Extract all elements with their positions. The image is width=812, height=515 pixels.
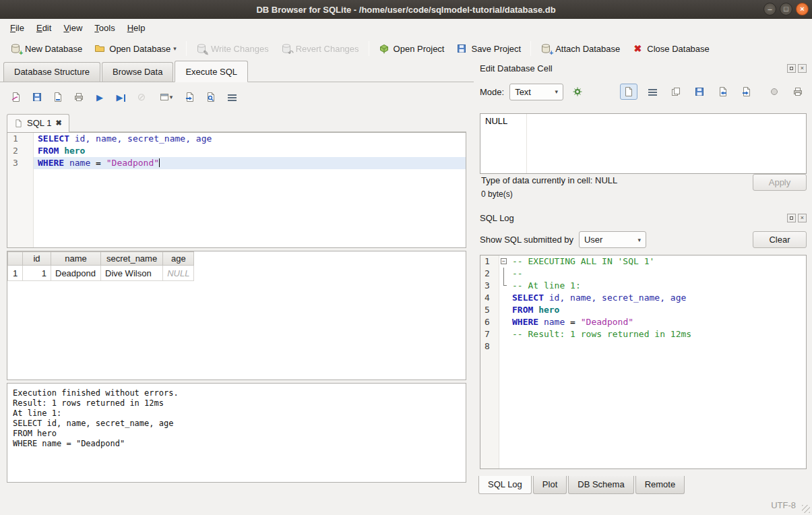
table-row: 1 1 Deadpond Dive Wilson NULL — [8, 266, 194, 281]
toolbar-separator — [530, 41, 531, 56]
log-line: 6 WHERE name = "Deadpond" — [480, 316, 806, 328]
mode-settings-button[interactable] — [569, 84, 586, 100]
open-database-dropdown-icon[interactable]: ▾ — [173, 45, 177, 52]
clear-log-button[interactable]: Clear — [753, 231, 807, 248]
log-line: 1 − -- EXECUTING ALL IN 'SQL 1' — [480, 255, 806, 268]
write-changes-button[interactable]: ✎ Write Changes — [190, 40, 275, 57]
close-panel-icon[interactable]: × — [798, 214, 807, 222]
edit-cell-header: Edit Database Cell × — [480, 62, 807, 74]
row-number-cell[interactable]: 1 — [8, 266, 23, 281]
save-cell-button[interactable] — [691, 84, 708, 100]
dock-tab-sql-log[interactable]: SQL Log — [478, 476, 532, 494]
sql-log-filter-row: Show SQL submitted by User ▾ Clear — [480, 231, 807, 249]
cell-editor-divider — [526, 114, 527, 173]
sql-editor[interactable]: 1 SELECT id, name, secret_name, age 2 FR… — [7, 132, 466, 248]
open-sql-file-button[interactable] — [8, 89, 24, 105]
text-view-button[interactable] — [620, 84, 637, 100]
execute-line-button[interactable]: ▶ — [113, 89, 129, 105]
gear-icon — [572, 86, 583, 97]
dock-tab-db-schema[interactable]: DB Schema — [568, 476, 633, 494]
sql-tab[interactable]: SQL 1 ✖ — [7, 114, 69, 132]
new-tab-button[interactable]: ▾ — [154, 89, 177, 105]
new-database-icon: + — [10, 43, 21, 54]
filter-label: Show SQL submitted by — [480, 235, 573, 245]
set-null-button[interactable] — [766, 84, 783, 100]
window-title: DB Browser for SQLite - /home/user/code/… — [256, 5, 555, 15]
format-sql-icon — [228, 94, 237, 102]
apply-button[interactable]: Apply — [753, 174, 807, 191]
cell-editor[interactable]: NULL — [480, 113, 807, 174]
stop-button[interactable]: ⊘ — [133, 89, 150, 105]
export-cell-button[interactable] — [738, 84, 755, 100]
execute-line-icon: ▶ — [117, 92, 125, 102]
export-results-button[interactable] — [182, 89, 198, 105]
code-line-current: 3 WHERE name = "Deadpond" — [7, 157, 466, 169]
results-grid[interactable]: id name secret_name age 1 1 Deadpond Div… — [7, 251, 466, 380]
main-tabbar: Database Structure Browse Data Execute S… — [0, 61, 474, 82]
maximize-icon[interactable]: □ — [780, 3, 792, 16]
print-icon — [73, 92, 84, 102]
float-panel-icon[interactable] — [787, 214, 796, 222]
cell-content: NULL — [485, 116, 507, 126]
print-button[interactable] — [71, 89, 87, 105]
dock-tab-remote[interactable]: Remote — [635, 476, 685, 494]
titlebar: DB Browser for SQLite - /home/user/code/… — [0, 0, 812, 19]
find-replace-button[interactable] — [203, 89, 219, 105]
menu-tools[interactable]: Tools — [88, 20, 121, 36]
minimize-icon[interactable]: – — [763, 3, 776, 16]
print-icon — [792, 86, 803, 97]
save-sql-file-button[interactable] — [29, 89, 45, 105]
cell-name[interactable]: Deadpond — [51, 266, 101, 281]
execute-sql-pane: ▶ ▶ ⊘ ▾ SQL 1 ✖ 1 SELECT id, name, secre… — [7, 82, 466, 495]
close-panel-icon[interactable]: × — [798, 64, 807, 73]
column-header[interactable]: age — [163, 252, 194, 266]
menu-file[interactable]: File — [4, 20, 30, 36]
execute-all-button[interactable]: ▶ — [92, 89, 108, 105]
open-database-icon — [94, 43, 105, 54]
cell-id[interactable]: 1 — [23, 266, 51, 281]
import-cell-button[interactable] — [714, 84, 732, 100]
dock-tab-plot[interactable]: Plot — [533, 476, 567, 494]
tab-database-structure[interactable]: Database Structure — [3, 62, 100, 82]
find-replace-icon — [206, 92, 216, 102]
resize-grip-icon[interactable] — [802, 505, 810, 513]
menu-edit[interactable]: Edit — [30, 20, 57, 36]
fold-collapse-icon[interactable]: − — [501, 258, 507, 264]
submitter-select[interactable]: User ▾ — [579, 231, 646, 248]
import-icon — [718, 86, 728, 97]
menu-view[interactable]: View — [57, 20, 88, 36]
tab-browse-data[interactable]: Browse Data — [102, 62, 173, 82]
attach-database-button[interactable]: + Attach Database — [534, 40, 626, 57]
print-cell-button[interactable] — [789, 84, 807, 100]
new-database-button[interactable]: + New Database — [4, 40, 88, 57]
close-database-button[interactable]: ✖ Close Database — [626, 40, 716, 57]
column-header[interactable]: id — [23, 252, 51, 266]
document-icon — [623, 86, 634, 97]
open-database-button[interactable]: Open Database ▾ — [88, 40, 183, 57]
log-line: 8 — [480, 340, 806, 353]
column-header[interactable]: secret_name — [101, 252, 163, 266]
close-tab-icon[interactable]: ✖ — [55, 119, 61, 127]
save-sql-as-button[interactable] — [50, 89, 66, 105]
cell-age[interactable]: NULL — [163, 266, 194, 281]
edit-cell-title: Edit Database Cell — [480, 63, 553, 73]
word-wrap-button[interactable] — [644, 84, 661, 100]
revert-changes-button[interactable]: ↶ Revert Changes — [275, 40, 365, 57]
menu-help[interactable]: Help — [121, 20, 152, 36]
cell-type-info: Type of data currently in cell: NULL — [481, 175, 617, 185]
format-sql-button[interactable] — [224, 89, 240, 105]
sql-tab-label: SQL 1 — [27, 118, 51, 128]
close-icon[interactable]: × — [796, 3, 809, 16]
execution-message: Execution finished without errors. Resul… — [7, 383, 466, 483]
save-project-button[interactable]: Save Project — [450, 40, 527, 57]
float-panel-icon[interactable] — [787, 64, 796, 73]
copy-button[interactable] — [667, 84, 685, 100]
sql-log-view[interactable]: 1 − -- EXECUTING ALL IN 'SQL 1' 2 -- 3 -… — [480, 255, 807, 469]
cell-secret-name[interactable]: Dive Wilson — [101, 266, 163, 281]
mode-select[interactable]: Text ▾ — [509, 84, 563, 100]
open-project-button[interactable]: Open Project — [373, 40, 451, 57]
column-header[interactable]: name — [51, 252, 101, 266]
main-toolbar: + New Database Open Database ▾ ✎ Write C… — [0, 37, 812, 60]
tab-execute-sql[interactable]: Execute SQL — [175, 61, 248, 82]
attach-database-icon: + — [540, 43, 551, 54]
